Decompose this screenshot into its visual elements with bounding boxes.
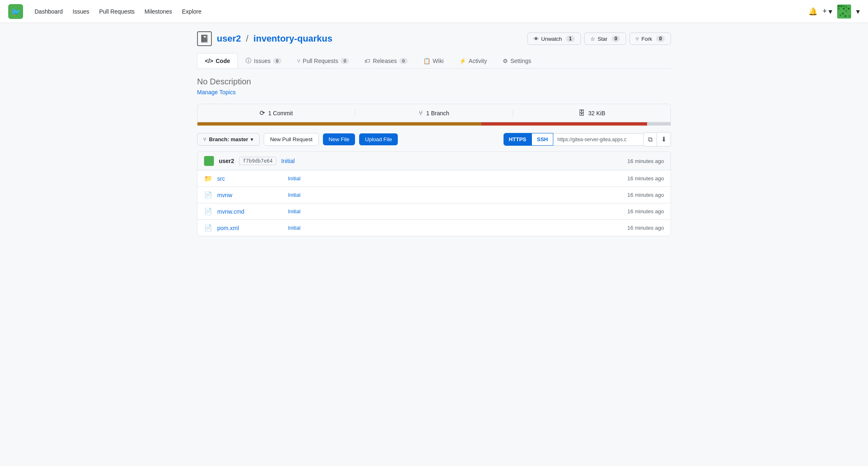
commit-hash[interactable]: f7b9db7e64	[239, 157, 276, 165]
issues-count: 0	[273, 58, 281, 64]
repo-description: No Description	[197, 77, 671, 86]
actions-bar: ⑂ Branch: master ▾ New Pull Request New …	[197, 132, 671, 147]
tab-activity[interactable]: ⚡ Activity	[451, 53, 494, 68]
nav-issues[interactable]: Issues	[73, 8, 89, 15]
breadcrumb: user2 / inventory-quarkus	[217, 33, 332, 44]
new-pull-request-button[interactable]: New Pull Request	[264, 133, 318, 146]
code-icon: </>	[205, 58, 213, 64]
table-row: 📄mvnwInitial16 minutes ago	[197, 187, 671, 203]
file-commit-link[interactable]: Initial	[288, 225, 622, 231]
svg-rect-10	[848, 8, 849, 9]
file-rows-container: 📁srcInitial16 minutes ago📄mvnwInitial16 …	[197, 170, 671, 236]
committer-avatar[interactable]	[204, 156, 214, 166]
https-clone-button[interactable]: HTTPS	[504, 133, 532, 146]
star-count: 0	[612, 35, 620, 42]
navbar-right: 🔔 +▾ ▾	[808, 5, 860, 19]
svg-rect-13	[845, 10, 847, 12]
file-time: 16 minutes ago	[627, 208, 664, 214]
fork-icon: ⑂	[636, 36, 639, 42]
table-row: 📄pom.xmlInitial16 minutes ago	[197, 220, 671, 236]
create-new-button[interactable]: +▾	[822, 7, 832, 16]
new-file-button[interactable]: New File	[323, 133, 355, 145]
file-name-link[interactable]: pom.xml	[217, 225, 283, 231]
commit-message-link[interactable]: Initial	[281, 158, 295, 164]
tab-releases[interactable]: 🏷 Releases 0	[357, 53, 415, 68]
branches-stat[interactable]: ⑂ 1 Branch	[355, 110, 513, 117]
download-icon: ⬇	[661, 135, 666, 143]
settings-icon: ⚙	[503, 58, 508, 64]
notification-bell-button[interactable]: 🔔	[808, 7, 817, 16]
svg-rect-12	[842, 13, 844, 14]
lang-other	[647, 122, 671, 126]
committer-username-link[interactable]: user2	[219, 158, 234, 164]
tab-code[interactable]: </> Code	[197, 53, 238, 68]
file-time: 16 minutes ago	[627, 225, 664, 231]
star-icon: ☆	[590, 36, 595, 42]
repo-name-link[interactable]: inventory-quarkus	[253, 33, 332, 44]
file-icon: 📄	[204, 191, 212, 199]
issues-icon: ⓘ	[246, 57, 251, 65]
clone-url-input[interactable]	[553, 133, 644, 146]
repo-header: 📓 user2 / inventory-quarkus 👁 Unwatch 1 …	[197, 31, 671, 46]
table-row: 📄mvnw.cmdInitial16 minutes ago	[197, 203, 671, 220]
file-name-link[interactable]: mvnw.cmd	[217, 208, 283, 215]
svg-rect-4	[840, 5, 842, 7]
file-commit-link[interactable]: Initial	[288, 208, 622, 214]
copy-icon: ⧉	[648, 136, 652, 143]
nav-milestones[interactable]: Milestones	[144, 8, 172, 15]
main-content: 📓 user2 / inventory-quarkus 👁 Unwatch 1 …	[187, 23, 681, 245]
svg-rect-6	[838, 8, 840, 9]
star-button[interactable]: ☆ Star 0	[584, 33, 627, 45]
wiki-icon: 📋	[423, 58, 430, 64]
folder-icon: 📁	[204, 175, 212, 182]
repo-tabs: </> Code ⓘ Issues 0 ⑂ Pull Requests 0 🏷 …	[197, 53, 671, 69]
file-icon: 📄	[204, 224, 212, 232]
copy-url-button[interactable]: ⧉	[644, 133, 657, 147]
nav-pull-requests[interactable]: Pull Requests	[99, 8, 135, 15]
file-name-link[interactable]: mvnw	[217, 192, 283, 198]
eye-icon: 👁	[534, 36, 539, 42]
site-logo[interactable]: 🐦	[8, 4, 23, 19]
branch-selector-button[interactable]: ⑂ Branch: master ▾	[197, 133, 260, 146]
activity-icon: ⚡	[459, 58, 466, 64]
ssh-clone-button[interactable]: SSH	[531, 133, 553, 146]
svg-rect-14	[848, 13, 849, 14]
svg-text:🐦: 🐦	[11, 7, 21, 17]
lang-java	[197, 122, 481, 126]
tab-wiki[interactable]: 📋 Wiki	[415, 53, 451, 68]
pr-icon: ⑂	[297, 58, 300, 64]
repo-actions: 👁 Unwatch 1 ☆ Star 0 ⑂ Fork 0	[527, 33, 671, 45]
file-time: 16 minutes ago	[627, 175, 664, 182]
svg-rect-7	[840, 8, 842, 9]
upload-file-button[interactable]: Upload File	[359, 133, 398, 145]
file-commit-link[interactable]: Initial	[288, 192, 622, 198]
commit-header-row: user2 f7b9db7e64 Initial 16 minutes ago	[197, 152, 671, 170]
tab-settings[interactable]: ⚙ Settings	[495, 53, 539, 68]
repo-owner-link[interactable]: user2	[217, 33, 241, 44]
file-table: user2 f7b9db7e64 Initial 16 minutes ago …	[197, 151, 671, 236]
file-name-link[interactable]: src	[217, 175, 283, 182]
user-menu-button[interactable]: ▾	[856, 7, 860, 16]
breadcrumb-separator: /	[246, 33, 248, 44]
commits-stat[interactable]: ⟳ 1 Commit	[197, 109, 355, 117]
tab-pull-requests[interactable]: ⑂ Pull Requests 0	[289, 53, 357, 68]
svg-rect-5	[843, 5, 845, 7]
fork-count: 0	[656, 35, 665, 42]
manage-topics-link[interactable]: Manage Topics	[197, 89, 236, 96]
download-button[interactable]: ⬇	[657, 132, 671, 147]
svg-rect-8	[843, 8, 845, 9]
file-commit-link[interactable]: Initial	[288, 175, 622, 182]
nav-explore[interactable]: Explore	[182, 8, 201, 15]
unwatch-button[interactable]: 👁 Unwatch 1	[527, 33, 581, 45]
commits-icon: ⟳	[260, 109, 265, 117]
user-avatar[interactable]	[837, 5, 851, 19]
nav-dashboard[interactable]: Dashboard	[35, 8, 63, 15]
clone-section: HTTPS SSH ⧉ ⬇	[504, 132, 671, 147]
tab-issues[interactable]: ⓘ Issues 0	[238, 53, 289, 69]
releases-count: 0	[399, 58, 408, 64]
table-row: 📁srcInitial16 minutes ago	[197, 170, 671, 187]
releases-icon: 🏷	[364, 58, 370, 64]
fork-button[interactable]: ⑂ Fork 0	[629, 33, 671, 45]
branch-icon: ⑂	[203, 136, 207, 142]
language-bar	[197, 122, 671, 126]
